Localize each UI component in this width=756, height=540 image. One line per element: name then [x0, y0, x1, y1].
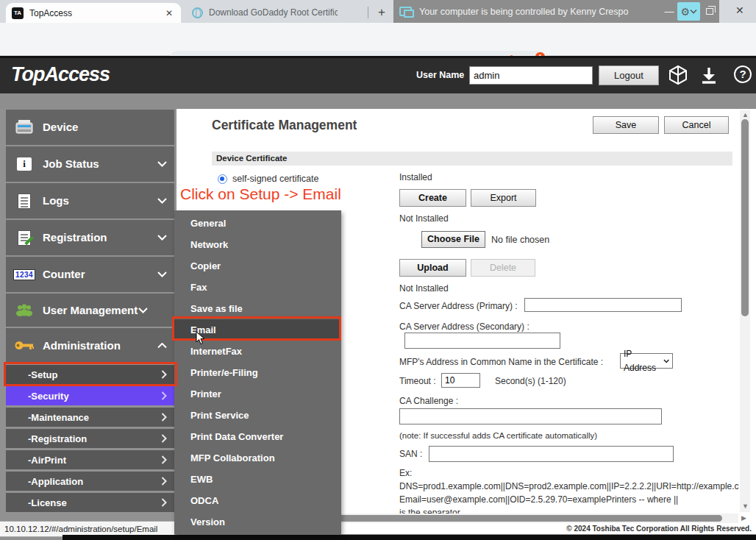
menu-item-ewb[interactable]: EWB — [174, 469, 341, 490]
delete-button[interactable]: Delete — [471, 259, 535, 277]
upload-button[interactable]: Upload — [399, 259, 466, 277]
tab-title: Download GoDaddy Root Certificates — [209, 7, 338, 18]
minimize-icon[interactable]: — — [664, 6, 674, 17]
ca-challenge-label: CA Challenge : — [399, 396, 458, 406]
scroll-right-arrow[interactable]: ▶ — [741, 514, 746, 522]
menu-item-odca[interactable]: ODCA — [174, 490, 341, 511]
timeout-label: Timeout : — [399, 376, 436, 386]
sidebar-subitem-airprint[interactable]: -AirPrint — [6, 450, 174, 469]
menu-item-copier[interactable]: Copier — [174, 255, 341, 277]
chevron-down-icon — [157, 198, 167, 204]
window-close-icon[interactable]: ✕ — [735, 4, 744, 16]
vertical-scrollbar-thumb[interactable] — [741, 119, 749, 316]
job-status-icon: i — [13, 154, 35, 174]
create-button[interactable]: Create — [399, 189, 466, 207]
self-signed-radio-label: self-signed certificate — [232, 174, 318, 184]
logout-button[interactable]: Logout — [599, 65, 659, 85]
chevron-right-icon — [161, 498, 167, 507]
copyright-text: © 2024 Toshiba Tec Corporation All Right… — [397, 525, 752, 533]
menu-item-mfp-collaboration[interactable]: MFP Collaboration — [174, 447, 341, 469]
user-name-input[interactable] — [469, 66, 593, 85]
example-line-1: DNS=prod1.example.com||DNS=prod2.example… — [399, 481, 739, 491]
sidebar-item-job-status[interactable]: i Job Status — [6, 146, 174, 182]
save-button[interactable]: Save — [593, 116, 659, 134]
sidebar-subitem-license[interactable]: -License — [6, 493, 174, 512]
sidebar-item-user-management[interactable]: User Management — [6, 294, 174, 327]
sidebar-subitem-registration[interactable]: -Registration — [6, 429, 174, 448]
header-download-icon[interactable] — [700, 66, 718, 84]
sidebar-item-label: Logs — [43, 194, 157, 207]
chevron-down-icon — [157, 161, 167, 167]
ca-note: (note: If successful adds CA certificate… — [399, 431, 597, 440]
chevron-right-icon — [161, 477, 167, 486]
sidebar-item-administration[interactable]: Administration — [6, 328, 174, 363]
chevron-down-icon[interactable] — [690, 9, 697, 14]
sidebar-item-logs[interactable]: Logs — [6, 183, 174, 219]
restore-window-icon[interactable] — [706, 8, 713, 15]
cube-icon[interactable] — [668, 65, 688, 85]
new-tab-button[interactable]: + — [374, 5, 390, 20]
sidebar-subitem-security[interactable]: -Security — [6, 386, 174, 405]
scroll-up-arrow[interactable]: ▲ — [742, 111, 749, 118]
subitem-label: -Maintenance — [28, 412, 161, 423]
sidebar-item-label: Job Status — [43, 157, 157, 170]
ca-primary-input[interactable] — [524, 298, 682, 312]
mfp-address-select[interactable]: IP Address — [620, 353, 673, 369]
device-certificate-header: Device Certificate — [212, 152, 732, 166]
menu-item-network[interactable]: Network — [174, 234, 341, 255]
screen-share-icon — [399, 7, 412, 16]
sidebar-item-registration[interactable]: Registration — [6, 220, 174, 255]
ca-challenge-input[interactable] — [399, 408, 662, 424]
not-installed-label-2: Not Installed — [399, 283, 449, 294]
menu-item-printer[interactable]: Printer — [174, 383, 341, 405]
menu-item-version[interactable]: Version — [174, 511, 341, 533]
subitem-label: -Registration — [28, 433, 161, 444]
tab-title: TopAccess — [29, 8, 163, 18]
remote-control-banner: Your computer is being controlled by Ken… — [393, 0, 719, 23]
cancel-button[interactable]: Cancel — [664, 116, 729, 134]
tab-godaddy[interactable]: Download GoDaddy Root Certificates — [188, 3, 371, 22]
scroll-down-arrow[interactable]: ▼ — [742, 502, 749, 510]
topaccess-logo: TopAccess — [11, 63, 110, 86]
no-file-chosen-label: No file chosen — [491, 235, 549, 245]
mfp-address-value: IP Address — [624, 347, 663, 375]
example-label: Ex: — [399, 468, 412, 478]
subitem-label: -Security — [28, 391, 161, 402]
chevron-right-icon — [161, 391, 167, 400]
menu-item-print-data-converter[interactable]: Print Data Converter — [174, 426, 341, 447]
banner-settings-control[interactable]: ⚙ — [677, 2, 700, 21]
self-signed-radio[interactable] — [218, 174, 227, 184]
tab-topaccess[interactable]: TA TopAccess ✕ — [6, 3, 181, 23]
admin-key-icon — [13, 336, 35, 355]
menu-item-print-service[interactable]: Print Service — [174, 405, 341, 426]
setup-dropdown-menu: General Network Copier Fax Save as file … — [174, 210, 341, 534]
chevron-down-icon — [663, 359, 669, 363]
mfp-address-label: MFP's Address in Common Name in the Cert… — [399, 357, 603, 367]
san-input[interactable] — [429, 446, 674, 462]
page-title: Certificate Management — [212, 118, 357, 133]
tab-divider — [368, 7, 368, 18]
help-icon[interactable]: ? — [734, 65, 752, 83]
topaccess-favicon-icon: TA — [12, 7, 24, 19]
example-line-2: Email=user@example.com||OID=2.5.29.70=ex… — [399, 494, 678, 505]
sidebar-item-label: User Management — [43, 304, 138, 316]
menu-item-printer-e-filing[interactable]: Printer/e-Filing — [174, 362, 341, 383]
menu-item-fax[interactable]: Fax — [174, 277, 341, 298]
remote-banner-text: Your computer is being controlled by Ken… — [419, 7, 660, 17]
subitem-label: -Application — [28, 476, 161, 487]
not-installed-label: Not Installed — [399, 213, 449, 224]
gear-icon[interactable]: ⚙ — [680, 6, 690, 18]
chevron-right-icon — [161, 413, 167, 422]
sidebar-subitem-maintenance[interactable]: -Maintenance — [6, 408, 174, 427]
tab-close-icon[interactable]: ✕ — [163, 8, 175, 18]
ca-secondary-input[interactable] — [404, 333, 560, 349]
timeout-input[interactable] — [441, 373, 480, 388]
choose-file-button[interactable]: Choose File — [421, 231, 485, 248]
sidebar-item-counter[interactable]: 1234 Counter — [6, 257, 174, 292]
chevron-up-icon — [157, 343, 167, 349]
menu-item-general[interactable]: General — [174, 213, 341, 234]
export-button[interactable]: Export — [471, 189, 536, 207]
printer-icon — [13, 118, 35, 137]
sidebar-subitem-application[interactable]: -Application — [6, 472, 174, 491]
sidebar-item-device[interactable]: Device — [6, 110, 174, 145]
